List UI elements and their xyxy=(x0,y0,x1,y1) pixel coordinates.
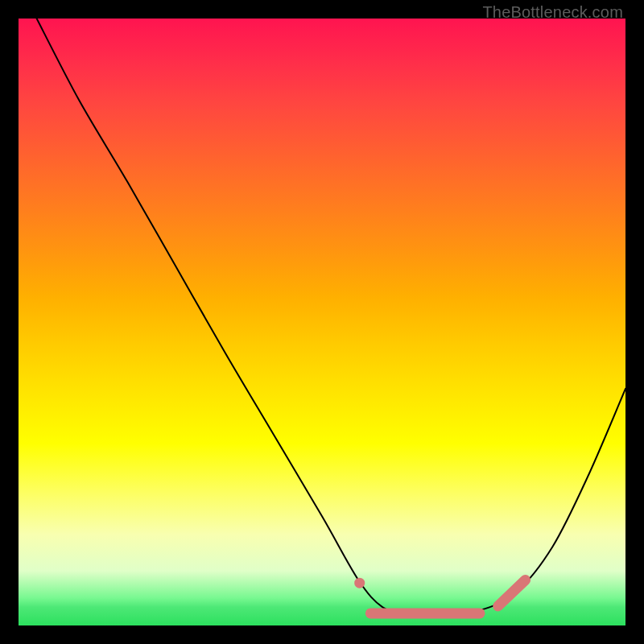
watermark-text: TheBottleneck.com xyxy=(482,3,623,22)
plot-area xyxy=(19,19,625,625)
chart-frame: TheBottleneck.com xyxy=(0,0,644,644)
bottleneck-curve xyxy=(37,19,625,614)
highlight-markers xyxy=(354,578,525,613)
svg-line-2 xyxy=(498,580,526,606)
curve-layer xyxy=(19,19,625,625)
svg-point-0 xyxy=(354,578,365,588)
